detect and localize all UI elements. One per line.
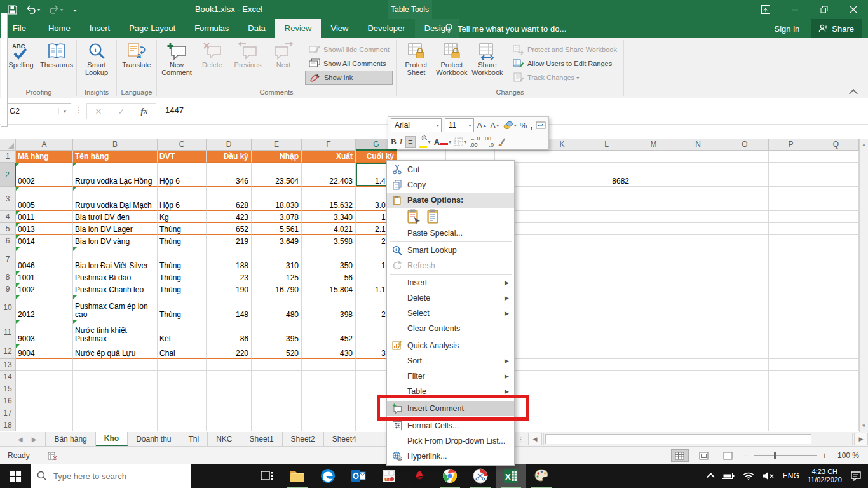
cell-L1[interactable] bbox=[581, 151, 632, 163]
column-header-L[interactable]: L bbox=[581, 139, 632, 151]
cell-L18[interactable] bbox=[581, 419, 632, 431]
taskbar-icon-edge[interactable] bbox=[313, 464, 343, 488]
cell-D14[interactable] bbox=[207, 371, 252, 383]
menu-item-hyperlink[interactable]: Hyperlink... bbox=[387, 449, 514, 464]
save-button[interactable] bbox=[8, 5, 17, 15]
cell-C5[interactable]: Thùng bbox=[158, 223, 207, 235]
row-header-2[interactable]: 2 bbox=[0, 163, 16, 187]
cell-N9[interactable] bbox=[675, 283, 721, 295]
cell-E18[interactable] bbox=[252, 419, 302, 431]
tab-data[interactable]: Data bbox=[238, 19, 275, 38]
cell-M18[interactable] bbox=[632, 419, 675, 431]
next-button[interactable]: Next bbox=[266, 39, 301, 88]
cell-O1[interactable] bbox=[721, 151, 769, 163]
bold-button[interactable]: B bbox=[391, 137, 397, 147]
cell-Q11[interactable] bbox=[813, 320, 859, 344]
cell-P13[interactable] bbox=[769, 359, 813, 371]
record-macro-icon[interactable] bbox=[48, 452, 57, 460]
cell-P3[interactable] bbox=[769, 187, 813, 211]
column-header-E[interactable]: E bbox=[252, 139, 302, 151]
cell-O16[interactable] bbox=[721, 395, 769, 407]
menu-item-insert[interactable]: Insert▶ bbox=[387, 275, 514, 290]
cell-F6[interactable]: 3.598 bbox=[302, 235, 356, 247]
cell-C1[interactable]: ĐVT bbox=[158, 151, 207, 163]
cell-K16[interactable] bbox=[543, 395, 581, 407]
cell-B4[interactable]: Bia tươi ĐV đen bbox=[73, 211, 158, 223]
cell-M16[interactable] bbox=[632, 395, 675, 407]
cell-D2[interactable]: 346 bbox=[207, 163, 252, 187]
cell-F10[interactable]: 398 bbox=[302, 295, 356, 320]
cell-A5[interactable]: 0013 bbox=[16, 223, 73, 235]
cell-L8[interactable] bbox=[581, 271, 632, 283]
sheet-tab-b-n-h-ng[interactable]: Bán hàng bbox=[45, 432, 95, 446]
cell-O18[interactable] bbox=[721, 419, 769, 431]
cell-C8[interactable]: Thùng bbox=[158, 271, 207, 283]
cell-D6[interactable]: 219 bbox=[207, 235, 252, 247]
comma-style-button[interactable]: , bbox=[530, 121, 532, 130]
action-center-icon[interactable] bbox=[850, 471, 862, 481]
cell-Q17[interactable] bbox=[813, 407, 859, 419]
cell-Q1[interactable] bbox=[813, 151, 859, 163]
cell-E15[interactable] bbox=[252, 383, 302, 395]
fill-color-button[interactable]: ▾ bbox=[419, 134, 431, 150]
cell-A10[interactable]: 2012 bbox=[16, 295, 73, 320]
undo-button[interactable]: ▾ bbox=[26, 5, 40, 14]
cell-M6[interactable] bbox=[632, 235, 675, 247]
cell-F14[interactable] bbox=[302, 371, 356, 383]
taskbar-icon-excel[interactable]: X bbox=[496, 464, 526, 488]
delete-button[interactable]: Delete bbox=[194, 39, 230, 88]
formula-bar-splitter[interactable]: ⋮ bbox=[75, 105, 83, 114]
cell-D11[interactable]: 86 bbox=[207, 320, 252, 344]
tab-formulas[interactable]: Formulas bbox=[185, 19, 238, 38]
cell-L16[interactable] bbox=[581, 395, 632, 407]
horizontal-scrollbar[interactable] bbox=[543, 433, 853, 445]
cell-B2[interactable]: Rượu vodka Lạc Hồng bbox=[73, 163, 158, 187]
percent-style-button[interactable]: % bbox=[520, 121, 527, 130]
cell-N12[interactable] bbox=[675, 344, 721, 359]
tab-review[interactable]: Review bbox=[275, 19, 322, 38]
increase-font-size-button[interactable]: A▲ bbox=[477, 121, 487, 130]
cell-A18[interactable] bbox=[16, 419, 73, 431]
cell-E11[interactable]: 395 bbox=[252, 320, 302, 344]
cell-M3[interactable] bbox=[632, 187, 675, 211]
menu-item-copy[interactable]: Copy bbox=[387, 177, 514, 193]
row-header-7[interactable]: 7 bbox=[0, 247, 16, 271]
cell-F4[interactable]: 3.340 bbox=[302, 211, 356, 223]
cell-E16[interactable] bbox=[252, 395, 302, 407]
vertical-scrollbar[interactable]: ▲ ▼ bbox=[859, 139, 868, 432]
cell-A9[interactable]: 1002 bbox=[16, 283, 73, 295]
cell-P1[interactable] bbox=[769, 151, 813, 163]
cell-C3[interactable]: Hộp 6 bbox=[158, 187, 207, 211]
cell-F18[interactable] bbox=[302, 419, 356, 431]
cell-A11[interactable]: 9003 bbox=[16, 320, 73, 344]
cell-E2[interactable]: 23.504 bbox=[252, 163, 302, 187]
cell-D9[interactable]: 190 bbox=[207, 283, 252, 295]
menu-item-quick-analysis[interactable]: Quick Analysis bbox=[387, 338, 514, 353]
cell-A15[interactable] bbox=[16, 383, 73, 395]
cell-B10[interactable]: Pushmax Cam ép lon cao bbox=[73, 295, 158, 320]
column-header-P[interactable]: P bbox=[769, 139, 813, 151]
customize-qat-button[interactable] bbox=[72, 6, 78, 13]
menu-item-pick-from-drop-down-list[interactable]: Pick From Drop-down List... bbox=[387, 433, 514, 449]
cell-Q6[interactable] bbox=[813, 235, 859, 247]
row-header-6[interactable]: 6 bbox=[0, 235, 16, 247]
sheet-nav-left-icon[interactable]: ◀ bbox=[18, 436, 23, 443]
track-changes-button[interactable]: Track Changes▾ bbox=[509, 71, 620, 85]
cell-E1[interactable]: Nhập bbox=[252, 151, 302, 163]
cell-L12[interactable] bbox=[581, 344, 632, 359]
cell-E6[interactable]: 3.649 bbox=[252, 235, 302, 247]
show-ink-button[interactable]: Show Ink bbox=[305, 71, 393, 85]
cell-D5[interactable]: 652 bbox=[207, 223, 252, 235]
cell-E10[interactable]: 480 bbox=[252, 295, 302, 320]
cell-M17[interactable] bbox=[632, 407, 675, 419]
cell-B15[interactable] bbox=[73, 383, 158, 395]
name-box[interactable]: G2 ▾ bbox=[4, 103, 71, 119]
taskbar-icon-snipping-tool[interactable] bbox=[465, 464, 496, 488]
tab-home[interactable]: Home bbox=[39, 19, 80, 38]
cell-P17[interactable] bbox=[769, 407, 813, 419]
cell-A17[interactable] bbox=[16, 407, 73, 419]
cell-B14[interactable] bbox=[73, 371, 158, 383]
cell-Q16[interactable] bbox=[813, 395, 859, 407]
sheet-tab-kho[interactable]: Kho bbox=[96, 432, 128, 446]
battery-icon[interactable] bbox=[722, 472, 735, 480]
